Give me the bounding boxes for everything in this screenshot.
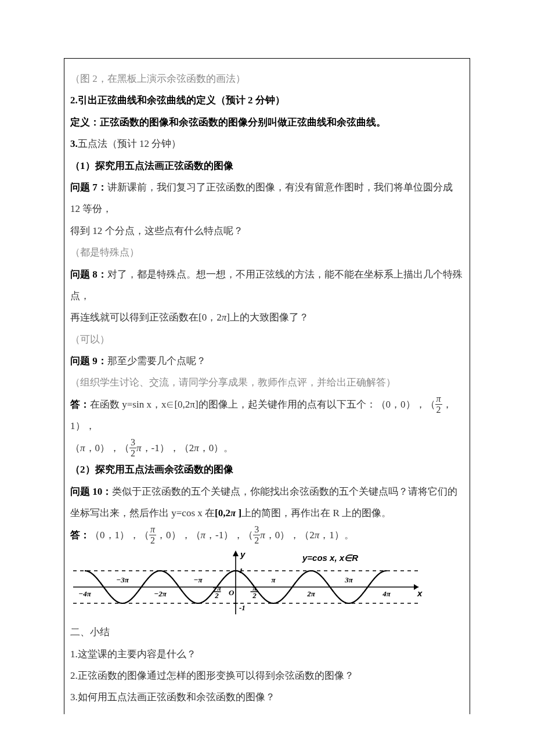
svg-text:2: 2 — [252, 591, 257, 600]
pi-symbol: π — [230, 507, 236, 519]
question-7: 问题 7：讲新课前，我们复习了正弦函数的图像，有没有留意作图时，我们将单位圆分成… — [70, 177, 464, 220]
question-7-cont: 得到 12 个分点，这些点有什么特点呢？ — [70, 220, 464, 242]
summary-item-2: 2.正弦函数的图像通过怎样的图形变换可以得到余弦函数的图像？ — [70, 665, 464, 686]
question-9: 问题 9：那至少需要几个点呢？ — [70, 350, 464, 372]
summary-item-3: 3.如何用五点法画正弦函数和余弦函数的图像？ — [70, 686, 464, 708]
answer-block-cosine: 答：（0，1），（π2，0），（π，-1），（32π，0），（2π，1）。 — [70, 524, 464, 546]
question-label: 问题 10： — [70, 486, 112, 497]
pi-symbol: π — [136, 442, 142, 453]
svg-text:-1: -1 — [239, 603, 246, 612]
svg-text:O: O — [229, 588, 234, 597]
answer-block-cont: （π，0），（32π，-1），（2π，0）。 — [70, 437, 464, 459]
question-10: 问题 10：类似于正弦函数的五个关键点，你能找出余弦函数的五个关键点吗？请将它们… — [70, 481, 464, 524]
fraction-pi-over-2: π2 — [435, 394, 442, 415]
answer-text: （0，1），（ — [90, 530, 149, 541]
question-text: 对了，都是特殊点。想一想，不用正弦线的方法，能不能在坐标系上描出几个特殊点， — [70, 269, 463, 301]
svg-text:−3π: −3π — [116, 575, 129, 584]
pi-symbol: π — [80, 442, 85, 453]
heading-section-3: 3.五点法（预计 12 分钟） — [70, 133, 464, 154]
svg-marker-5 — [233, 550, 239, 556]
fraction-3-over-2: 32 — [253, 525, 260, 545]
question-label: 问题 9： — [70, 355, 107, 366]
svg-text:−2π: −2π — [154, 589, 167, 598]
question-text: 那至少需要几个点呢？ — [107, 355, 206, 366]
svg-text:y: y — [240, 549, 246, 559]
two-pi-symbol: 2π — [217, 312, 226, 323]
two-pi-symbol: 2π — [189, 442, 199, 453]
section-number: 2. — [70, 95, 78, 106]
subsection-2: （2）探究用五点法画余弦函数的图像 — [70, 459, 464, 480]
svg-text:3π: 3π — [344, 575, 353, 584]
answer-note: （都是特殊点） — [70, 242, 464, 263]
text-part: ，-1），（ — [205, 530, 253, 541]
answer-note: （可以） — [70, 329, 464, 350]
text-part: ，0），（ — [265, 530, 310, 541]
section-title: 五点法（预计 12 分钟） — [78, 138, 182, 149]
question-text: 上的简图，再作出在 R 上的图像。 — [241, 507, 391, 519]
definition-text: 定义：正弦函数的图像和余弦函数的图像分别叫做正弦曲线和余弦曲线。 — [70, 111, 464, 133]
cosine-graph: 1-1−4π−3π−2π−π−π2Oπ2π2π3π4πyxy=cos x, x∈… — [70, 549, 424, 619]
svg-text:π: π — [271, 575, 276, 584]
answer-label: 答： — [70, 530, 90, 541]
answer-text: 在函数 y=sin x，x∈[0,2π]的图像上，起关键作用的点有以下五个：（0… — [90, 399, 435, 410]
svg-text:2π: 2π — [306, 589, 316, 598]
text-part: ，1）。 — [319, 530, 354, 541]
question-label: 问题 8： — [70, 269, 107, 280]
svg-text:x: x — [417, 588, 423, 598]
pi-symbol: π — [260, 530, 265, 541]
text-part: ，0），（ — [156, 530, 201, 541]
question-label: 问题 7： — [70, 182, 107, 193]
question-text: 讲新课前，我们复习了正弦函数的图像，有没有留意作图时，我们将单位圆分成 12 等… — [70, 182, 453, 214]
svg-text:1: 1 — [239, 566, 243, 575]
summary-item-1: 1.这堂课的主要内容是什么？ — [70, 643, 464, 665]
document-content: （图 2，在黑板上演示余弦函数的画法） 2.引出正弦曲线和余弦曲线的定义（预计 … — [64, 58, 470, 714]
interval-text: ] — [236, 507, 241, 519]
subsection-1: （1）探究用五点法画正弦函数的图像 — [70, 155, 464, 177]
summary-heading: 二、小结 — [70, 621, 464, 643]
svg-text:−4π: −4π — [78, 589, 91, 598]
svg-text:4π: 4π — [382, 589, 391, 598]
text-part: （ — [70, 442, 80, 453]
question-8: 问题 8：对了，都是特殊点。想一想，不用正弦线的方法，能不能在坐标系上描出几个特… — [70, 264, 464, 307]
pi-symbol: π — [201, 530, 206, 541]
process-note: （组织学生讨论、交流，请同学分享成果，教师作点评，并给出正确解答） — [70, 372, 464, 393]
svg-text:2: 2 — [214, 591, 219, 600]
svg-text:y=cos x, x∈R: y=cos x, x∈R — [302, 553, 358, 563]
section-number: 3. — [70, 138, 78, 149]
heading-section-2: 2.引出正弦曲线和余弦曲线的定义（预计 2 分钟） — [70, 89, 464, 111]
two-pi-symbol: 2π — [309, 530, 319, 541]
text-part: ，0）。 — [199, 442, 234, 453]
interval-text: [0,2 — [215, 507, 230, 519]
answer-block: 答：在函数 y=sin x，x∈[0,2π]的图像上，起关键作用的点有以下五个：… — [70, 394, 464, 437]
section-title: 引出正弦曲线和余弦曲线的定义（预计 2 分钟） — [78, 95, 285, 106]
text-part: ，0），（ — [85, 442, 130, 453]
question-8-cont: 再连线就可以得到正弦函数在[0，2π]上的大致图像了？ — [70, 307, 464, 328]
text-part: ]上的大致图像了？ — [226, 312, 309, 323]
figure-caption: （图 2，在黑板上演示余弦函数的画法） — [70, 68, 464, 89]
text-part: 再连线就可以得到正弦函数在[0， — [70, 312, 217, 323]
fraction-pi-over-2: π2 — [149, 525, 156, 545]
fraction-3-over-2: 32 — [129, 438, 136, 458]
text-part: ，-1），（ — [142, 442, 189, 453]
answer-label: 答： — [70, 399, 90, 410]
svg-text:−π: −π — [194, 575, 203, 584]
